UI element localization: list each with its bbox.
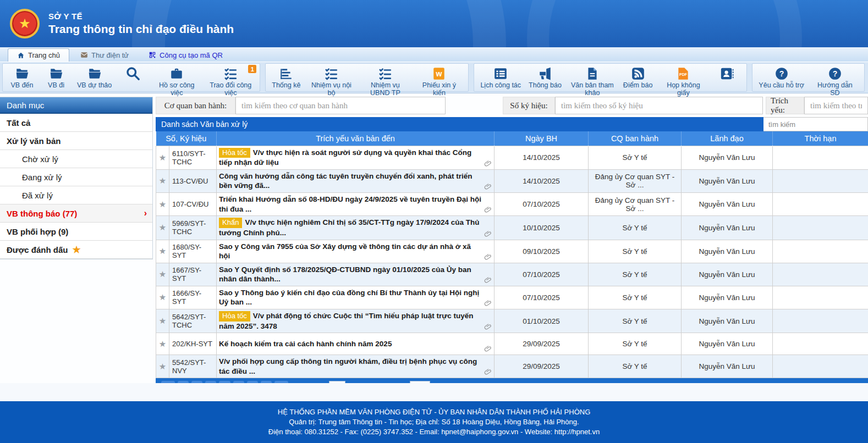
- doc-date: 07/10/2025: [495, 193, 589, 216]
- search-input-abstract[interactable]: [804, 97, 868, 114]
- toolbar-item-label: Thông báo: [529, 81, 562, 89]
- col-header-date: Ngày BH: [495, 131, 589, 146]
- qr-icon: [149, 51, 156, 59]
- doc-deadline: [773, 193, 868, 216]
- toolbar-item-y-u-c-u-h-tr-[interactable]: ?Yêu cầu hỗ trợ: [755, 65, 808, 90]
- attachment-paperclip-icon[interactable]: [484, 160, 492, 168]
- attachment-paperclip-icon[interactable]: [484, 276, 492, 284]
- toolbar-item-label: Hướng dẫn SD: [812, 81, 858, 97]
- bookmark-star-icon[interactable]: ★: [156, 169, 169, 192]
- toolbar-item-trao-i-c-ng-vi-c[interactable]: Trao đổi công việc1: [204, 65, 257, 90]
- attachment-paperclip-icon[interactable]: [484, 345, 492, 353]
- toolbar-item--i-m-b-o[interactable]: Điểm báo: [619, 65, 657, 90]
- sidebar-item-x-l-v-n-b-n[interactable]: Xử lý văn bản: [0, 132, 152, 150]
- toolbar-item-label: Hồ sơ công việc: [153, 81, 200, 97]
- doc-title-text: Kế hoạch kiểm tra cải cách hành chính nă…: [219, 340, 392, 348]
- toolbar-item-h-s-c-ng-vi-c[interactable]: Hồ sơ công việc: [150, 65, 204, 90]
- attachment-paperclip-icon[interactable]: [484, 183, 492, 191]
- bookmark-star-icon[interactable]: ★: [156, 286, 169, 309]
- bookmark-star-icon[interactable]: ★: [156, 193, 169, 216]
- col-header-leader: Lãnh đạo: [682, 131, 773, 146]
- toolbar-item-label: VB đến: [10, 81, 33, 89]
- bookmark-star-icon[interactable]: ★: [156, 309, 169, 333]
- attachment-paperclip-icon[interactable]: [484, 300, 492, 307]
- doc-leader: Nguyễn Văn Lưu: [682, 169, 773, 192]
- toolbar-item-v-n-b-n-tham-kh-o[interactable]: Văn bản tham khảo: [565, 65, 619, 90]
- toolbar-item-h-p-kh-ng-gi-y[interactable]: PDFHọp không giấy: [656, 65, 710, 90]
- tab-qr[interactable]: Công cụ tạo mã QR: [140, 48, 232, 62]
- doc-title-link[interactable]: Sao y Công văn 7955 của Sở Xây dựng về t…: [217, 240, 495, 263]
- toolbar-item-search[interactable]: [116, 65, 150, 90]
- bookmark-star-icon[interactable]: ★: [156, 240, 169, 263]
- site-title: Trang thông tin chỉ đạo điều hành: [48, 23, 234, 36]
- attachment-paperclip-icon[interactable]: [484, 230, 492, 238]
- sidebar-item-label: Đã xử lý: [22, 191, 53, 200]
- sidebar-item-vb-th-ng-b-o-77-[interactable]: VB thông báo (77)›: [0, 204, 152, 223]
- bookmark-star-icon[interactable]: ★: [156, 263, 169, 286]
- toolbar-item-l-ch-c-ng-t-c[interactable]: Lịch công tác: [476, 65, 525, 90]
- urgency-badge: Hỏa tốc: [219, 148, 250, 158]
- mail-icon: [80, 51, 88, 59]
- bookmark-star-icon[interactable]: ★: [156, 216, 169, 240]
- doc-title-text: Sao y Công văn 7955 của Sở Xây dựng về t…: [219, 242, 471, 261]
- chevron-right-icon: ›: [144, 208, 147, 218]
- megaphone-icon: [537, 66, 552, 81]
- doc-title-link[interactable]: KhẩnV/v thực hiện nghiêm Chỉ thị số 35/C…: [217, 216, 495, 240]
- search-input-agency[interactable]: [235, 97, 446, 114]
- sidebar-item--x-l-[interactable]: Đã xử lý: [0, 186, 152, 204]
- doc-agency: Sở Y tế: [589, 333, 682, 355]
- list-title: Danh sách Văn bản xử lý: [156, 117, 763, 131]
- folder-icon: [49, 66, 64, 81]
- sidebar-item-ch-x-l-[interactable]: Chờ xử lý: [0, 150, 152, 168]
- sidebar-item--c-nh-d-u[interactable]: Được đánh dấu★: [0, 241, 152, 259]
- doc-title-link[interactable]: Hỏa tốcV/v thực hiện rà soát người sử dụ…: [217, 146, 495, 169]
- doc-leader: Nguyễn Văn Lưu: [682, 216, 773, 240]
- table-header-row: Số, Ký hiệu Trích yếu văn bản đến Ngày B…: [156, 131, 868, 146]
- doc-title-link[interactable]: Công văn hướng dẫn công tác tuyên truyền…: [217, 169, 495, 192]
- bookmark-star-icon[interactable]: ★: [156, 355, 169, 378]
- toolbar-item-th-ng-k-[interactable]: Thống kê: [268, 65, 304, 90]
- doc-title-link[interactable]: Sao y Thông báo ý kiến chỉ đạo của đồng …: [217, 286, 495, 309]
- bookmark-star-icon[interactable]: ★: [156, 333, 169, 355]
- tab-home[interactable]: Trang chủ: [8, 48, 69, 62]
- tab-mail[interactable]: Thư điện tử: [72, 48, 138, 62]
- doc-deadline: [773, 333, 868, 355]
- doc-title-link[interactable]: V/v phối hợp cung cấp thông tin người kh…: [217, 355, 495, 378]
- doc-number: 1667/SY-SYT: [169, 263, 217, 286]
- attachment-paperclip-icon[interactable]: [484, 323, 492, 331]
- toolbar-item-nhi-m-v-ubnd-tp[interactable]: Nhiệm vụ UBND TP: [358, 65, 412, 90]
- toolbar-item-vb-d-th-o[interactable]: VB dự thảo: [73, 65, 116, 90]
- doc-date: 14/10/2025: [495, 146, 589, 169]
- doc-number: 1666/SY-SYT: [169, 286, 217, 309]
- doc-title-link[interactable]: Triển khai Hướng dẫn số 08-HD/ĐU ngày 24…: [217, 193, 495, 216]
- sidebar-item-t-t-c-[interactable]: Tất cả: [0, 114, 152, 132]
- doc-agency: Sở Y tế: [589, 240, 682, 263]
- doc-title-text: Sao y Thông báo ý kiến chỉ đạo của đồng …: [219, 289, 479, 307]
- bookmark-star-icon[interactable]: ★: [156, 146, 169, 169]
- toolbar-item-nhi-m-v-n-i-b-[interactable]: Nhiệm vụ nội bộ: [304, 65, 358, 90]
- toolbar-group-3: Lịch công tácThông báoVăn bản tham khảoĐ…: [474, 63, 747, 92]
- attachment-paperclip-icon[interactable]: [484, 253, 492, 261]
- attachment-paperclip-icon[interactable]: [484, 206, 492, 214]
- toolbar-item-th-ng-b-o[interactable]: Thông báo: [525, 65, 565, 90]
- sidebar-item-vb-ph-i-h-p-9-[interactable]: VB phối hợp (9): [0, 223, 152, 241]
- doc-leader: Nguyễn Văn Lưu: [682, 355, 773, 378]
- toolbar-item-vb-n[interactable]: VB đến: [5, 65, 39, 90]
- sidebar-item--ang-x-l-[interactable]: Đang xử lý: [0, 168, 152, 186]
- tasks-icon: [324, 66, 339, 81]
- doc-deadline: [773, 263, 868, 286]
- doc-title-link[interactable]: Sao Y Quyết định số 178/2025/QĐ-CTUBND n…: [217, 263, 495, 286]
- doc-date: 10/10/2025: [495, 216, 589, 240]
- toolbar-item-phi-u-xin-ki-n[interactable]: wPhiếu xin ý kiến: [412, 65, 466, 90]
- toolbar-item-h-ng-d-n-sd[interactable]: ?Hướng dẫn SD: [808, 65, 862, 90]
- toolbar-item-contact-card[interactable]: [710, 65, 744, 90]
- doc-leader: Nguyễn Văn Lưu: [682, 146, 773, 169]
- attachment-paperclip-icon[interactable]: [484, 368, 492, 376]
- quick-search-input[interactable]: [763, 117, 868, 131]
- toolbar-item-label: Trao đổi công việc: [207, 81, 254, 97]
- toolbar-item-vb-i[interactable]: VB đi: [39, 65, 73, 90]
- doc-title-link[interactable]: Kế hoạch kiểm tra cải cách hành chính nă…: [217, 333, 495, 355]
- doc-title-text: V/v thực hiện rà soát người sử dụng và q…: [219, 148, 471, 167]
- search-input-number[interactable]: [555, 97, 763, 114]
- doc-title-link[interactable]: Hỏa tốcV/v phát động tổ chức Cuộc thi “T…: [217, 309, 495, 333]
